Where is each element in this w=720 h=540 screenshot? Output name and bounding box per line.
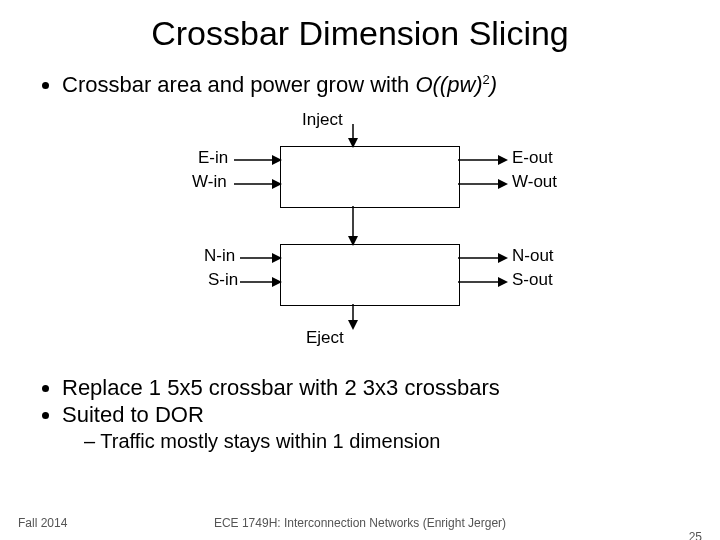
svg-marker-9 — [272, 179, 282, 189]
bullet-replace: Replace 1 5x5 crossbar with 2 3x3 crossb… — [62, 374, 720, 402]
svg-marker-17 — [272, 277, 282, 287]
label-win: W-in — [192, 172, 227, 192]
footer-right: 25 — [689, 530, 702, 540]
svg-marker-21 — [498, 277, 508, 287]
page-title: Crossbar Dimension Slicing — [0, 14, 720, 53]
label-inject: Inject — [302, 110, 343, 130]
arrow-sout — [458, 276, 508, 288]
label-nout: N-out — [512, 246, 554, 266]
label-sout: S-out — [512, 270, 553, 290]
footer: Fall 2014 ECE 1749H: Interconnection Net… — [0, 516, 720, 530]
label-ein: E-in — [198, 148, 228, 168]
arrow-nin — [240, 252, 282, 264]
arrow-inner-down — [346, 206, 360, 246]
arrow-nout — [458, 252, 508, 264]
svg-marker-15 — [272, 253, 282, 263]
arrow-sin — [240, 276, 282, 288]
footer-center: ECE 1749H: Interconnection Networks (Enr… — [0, 516, 720, 530]
svg-marker-19 — [498, 253, 508, 263]
svg-marker-3 — [348, 236, 358, 246]
svg-marker-11 — [498, 155, 508, 165]
label-eout: E-out — [512, 148, 553, 168]
label-nin: N-in — [204, 246, 235, 266]
arrow-inject — [346, 124, 360, 148]
label-eject: Eject — [306, 328, 344, 348]
expr-O: O((pw) — [415, 72, 482, 97]
svg-marker-5 — [348, 320, 358, 330]
svg-marker-7 — [272, 155, 282, 165]
svg-marker-13 — [498, 179, 508, 189]
diagram: Inject Eject E-in W-in E-out W-out N-in … — [0, 106, 720, 366]
arrow-eout — [458, 154, 508, 166]
crossbar-top — [280, 146, 460, 208]
expr-tail: ) — [490, 72, 497, 97]
bullet-growth: Crossbar area and power grow with O((pw)… — [62, 71, 720, 100]
bottom-bullets: Replace 1 5x5 crossbar with 2 3x3 crossb… — [40, 374, 720, 454]
top-bullets: Crossbar area and power grow with O((pw)… — [40, 71, 720, 100]
arrow-ein — [234, 154, 282, 166]
bullet-traffic: Traffic mostly stays within 1 dimension — [84, 429, 720, 454]
bullet-dor: Suited to DOR — [62, 401, 720, 429]
arrow-win — [234, 178, 282, 190]
crossbar-bottom — [280, 244, 460, 306]
bullet-text: Crossbar area and power grow with — [62, 72, 415, 97]
label-wout: W-out — [512, 172, 557, 192]
arrow-wout — [458, 178, 508, 190]
footer-left: Fall 2014 — [18, 516, 67, 530]
expr-sup: 2 — [483, 72, 490, 87]
arrow-eject — [346, 304, 360, 330]
label-sin: S-in — [208, 270, 238, 290]
svg-marker-1 — [348, 138, 358, 148]
